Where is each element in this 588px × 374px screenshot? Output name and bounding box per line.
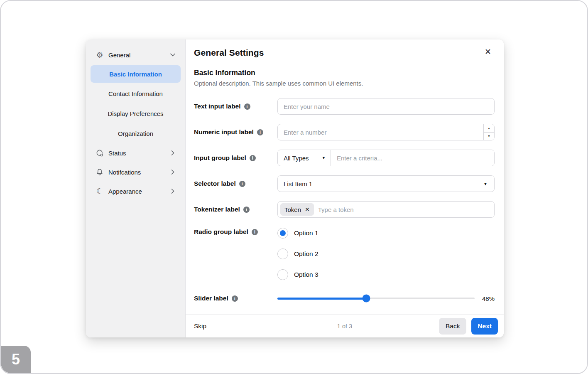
text-input-label: Text input label [194,103,241,110]
criteria-input[interactable] [331,150,494,166]
stepper-up-icon[interactable]: ▲ [484,124,494,132]
radio-option-2[interactable]: Option 2 [277,248,495,260]
settings-sidebar: ⚙ General Basic Information Contact Info… [86,39,186,337]
chevron-right-icon [169,187,176,195]
chevron-right-icon [169,149,176,157]
number-input[interactable] [277,124,495,140]
slider-label: Slider label [194,295,228,302]
caret-down-icon: ▼ [483,182,488,186]
sidebar-item-label: Basic Information [109,71,162,78]
sidebar-item-basic-information[interactable]: Basic Information [91,65,181,83]
section-title: Basic Information [194,69,495,77]
sidebar-item-general[interactable]: ⚙ General [91,45,181,64]
slider-row: Slider label i 48% [194,290,495,307]
sidebar-item-appearance[interactable]: ☾ Appearance [91,182,181,201]
dialog-footer: Skip 1 of 3 Back Next [186,315,504,337]
type-select[interactable]: All Types ▼ [278,150,331,166]
status-icon [96,149,104,157]
sidebar-item-organization[interactable]: Organization [91,123,181,143]
selector-row: Selector label i List Item 1 ▼ [194,175,495,192]
settings-main-panel: ✕ General Settings Basic Information Opt… [186,39,504,337]
radio-option-label: Option 1 [294,229,318,237]
settings-content: General Settings Basic Information Optio… [186,39,504,315]
numeric-stepper: ▲ ▼ [483,124,494,140]
token-remove-icon[interactable]: ✕ [305,207,310,212]
sidebar-item-contact-information[interactable]: Contact Information [91,84,181,103]
name-input[interactable] [277,98,495,115]
radio-option-1[interactable]: Option 1 [277,227,495,239]
bell-icon [96,168,104,176]
token-input[interactable]: Token ✕ Type a token [277,201,495,218]
text-input-row: Text input label i [194,98,495,115]
slider-thumb[interactable] [362,295,370,303]
input-group-label: Input group label [194,154,246,162]
radio-icon [277,249,288,259]
token-chip: Token ✕ [280,203,314,216]
page-number-badge: 5 [1,346,31,373]
footer-actions: Back Next [439,318,498,335]
selector-label: Selector label [194,180,236,187]
moon-icon: ☾ [96,187,104,195]
sidebar-item-label: Notifcations [108,169,169,176]
section-description: Optional description. This sample uses c… [194,80,495,87]
radio-option-label: Option 2 [294,250,318,258]
token-chip-label: Token [284,206,301,213]
radio-group-row: Radio group label i Option 1 Option 2 [194,227,495,281]
info-icon[interactable]: i [252,229,258,235]
sidebar-item-status[interactable]: Status [91,143,181,162]
numeric-input-row: Numeric input label i ▲ ▼ [194,124,495,140]
input-group-row: Input group label i All Types ▼ [194,150,495,166]
token-input-placeholder: Type a token [318,206,354,213]
slider-value: 48% [475,295,495,302]
sidebar-item-label: Contact Information [108,90,163,97]
dialog-title: General Settings [194,48,495,58]
criteria-input-group: All Types ▼ [277,150,495,166]
list-item-select-value: List Item 1 [284,180,312,187]
info-icon[interactable]: i [232,295,238,302]
sidebar-item-label: Display Preferences [108,110,163,117]
numeric-input-label: Numeric input label [194,128,254,136]
sidebar-item-label: Appearance [108,188,169,195]
radio-option-3[interactable]: Option 3 [277,268,495,281]
close-icon[interactable]: ✕ [482,46,494,58]
info-icon[interactable]: i [250,155,256,161]
settings-form: Text input label i Numeric input label i [194,98,495,307]
gear-icon: ⚙ [96,51,104,59]
stepper-down-icon[interactable]: ▼ [484,132,494,140]
info-icon[interactable]: i [243,207,250,213]
type-select-value: All Types [284,155,309,162]
info-icon[interactable]: i [239,181,245,187]
chevron-right-icon [169,168,176,176]
next-button[interactable]: Next [471,318,498,335]
list-item-select[interactable]: List Item 1 ▼ [277,175,495,192]
radio-group-label: Radio group label [194,228,248,236]
sidebar-item-label: Status [108,150,169,157]
chevron-down-icon [169,51,176,59]
radio-icon [277,269,288,280]
slider-fill [277,298,366,300]
info-icon[interactable]: i [257,129,263,135]
radio-option-label: Option 3 [294,271,318,278]
sidebar-item-notifications[interactable]: Notifcations [91,162,181,182]
back-button[interactable]: Back [439,318,466,335]
radio-icon [277,228,288,239]
info-icon[interactable]: i [244,103,250,110]
settings-dialog: ⚙ General Basic Information Contact Info… [86,39,504,337]
sidebar-item-label: Organization [118,130,153,137]
app-page: ⚙ General Basic Information Contact Info… [0,0,588,374]
skip-button[interactable]: Skip [194,322,206,330]
sidebar-item-label: General [108,52,169,59]
tokenizer-row: Tokenizer label i Token ✕ Type a token [194,201,495,218]
sidebar-item-display-preferences[interactable]: Display Preferences [91,103,181,123]
slider[interactable] [277,295,475,302]
caret-down-icon: ▼ [322,156,326,160]
tokenizer-label: Tokenizer label [194,206,240,213]
